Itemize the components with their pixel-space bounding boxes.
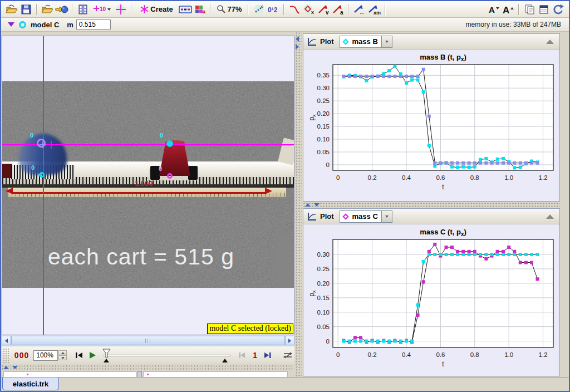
frame-slider[interactable] (102, 347, 232, 363)
plot-c-collapse-button[interactable] (546, 214, 554, 219)
play-button[interactable] (86, 349, 99, 362)
protractor-button[interactable]: a (193, 2, 207, 17)
font-smaller-icon: A (488, 4, 500, 15)
trails-button[interactable] (252, 2, 266, 17)
svg-text:1.0: 1.0 (504, 174, 513, 181)
svg-text:0.15: 0.15 (317, 123, 330, 130)
mass-b-diamond-icon (342, 38, 348, 45)
momentum-button[interactable]: ↔ (352, 2, 366, 17)
marker-mass-c-video[interactable] (167, 173, 173, 179)
frame-numbers-button[interactable]: 0¹2 (266, 2, 281, 17)
plot-c-combo-arrow[interactable] (382, 210, 392, 223)
create-button[interactable]: Create (135, 2, 178, 17)
positions-button[interactable]: x (302, 2, 316, 17)
selected-track-name[interactable]: model C (31, 21, 59, 29)
video-canvas[interactable]: 1.000 each cart = 515 g 0 0 0 0 model C … (2, 36, 294, 335)
xm-button[interactable]: xm (366, 2, 382, 17)
step-size[interactable]: 1 (253, 351, 257, 360)
xm-glyph: xm (374, 10, 381, 15)
svg-text:0.8: 0.8 (470, 351, 479, 358)
mass-field[interactable] (76, 19, 111, 30)
open-file-button[interactable] (4, 2, 19, 17)
out-point-marker[interactable] (222, 359, 228, 362)
data-builder-button[interactable] (522, 2, 537, 17)
calibration-stick[interactable] (12, 192, 266, 194)
frame-number: 000 (14, 351, 29, 360)
in-point-marker[interactable] (104, 359, 109, 362)
splitter-up-icon (305, 203, 311, 207)
plot-c-track-name: mass C (352, 212, 378, 220)
notes-button[interactable] (537, 2, 551, 17)
arrows-glyph: ↔ (359, 9, 365, 15)
save-button[interactable] (19, 2, 33, 17)
toolbar-separator (210, 4, 211, 15)
rate-spinner: 100% (33, 350, 67, 361)
acceleration-icon: a (332, 4, 344, 15)
main-vertical-splitter[interactable] (295, 32, 302, 377)
accelerations-button[interactable]: a (331, 2, 345, 17)
plot-b-combo-arrow[interactable] (382, 36, 392, 48)
paths-button[interactable] (287, 2, 302, 17)
video-table-splitter[interactable] (1, 365, 294, 371)
coordinate-axis-vertical[interactable] (43, 36, 44, 335)
svg-text:0: 0 (336, 351, 340, 358)
svg-text:t: t (442, 183, 444, 191)
tape-measure-button[interactable] (178, 2, 193, 17)
plot-b-track-combo[interactable]: mass B (340, 36, 382, 48)
player-drag-handle[interactable] (3, 348, 9, 363)
svg-text:0.30: 0.30 (317, 85, 330, 91)
svg-text:mass C (t, px): mass C (t, px) (420, 228, 466, 237)
notes-icon (539, 4, 549, 14)
plot-c-track-combo[interactable]: mass C (340, 210, 382, 223)
scrollbar-thumb[interactable] (11, 336, 285, 345)
plot-c-chart[interactable]: 00.050.100.150.200.250.3000.20.40.60.81.… (303, 224, 559, 378)
velocities-button[interactable]: v (316, 2, 331, 17)
down-arrow-icon (385, 41, 389, 43)
plot-label[interactable]: Plot (320, 37, 334, 46)
track-control-icon: 10 (92, 4, 111, 15)
ten-glyph: 10 (100, 6, 106, 12)
step-back-button[interactable] (235, 349, 249, 362)
marker-mass-b-video[interactable] (39, 172, 45, 178)
step-forward-button[interactable] (261, 349, 274, 362)
coordinate-axis-tick[interactable] (51, 141, 52, 149)
rate-value[interactable]: 100% (33, 350, 58, 361)
slider-position-marker[interactable] (102, 349, 111, 358)
svg-text:0.25: 0.25 (317, 97, 330, 104)
svg-text:px: px (308, 290, 317, 297)
plot-label[interactable]: Plot (320, 212, 334, 220)
track-control-button[interactable]: 10 (90, 2, 114, 17)
marker-mass-b-model[interactable] (37, 139, 46, 148)
svg-text:px: px (308, 114, 317, 121)
svg-text:0.6: 0.6 (436, 174, 445, 181)
plot-b-chart[interactable]: 00.050.100.150.200.250.300.3500.20.40.60… (303, 50, 559, 200)
plots-splitter[interactable] (303, 202, 560, 208)
x-glyph: x (311, 9, 314, 15)
toolbar-separator (283, 4, 284, 15)
calibration-value[interactable]: 1.000 (135, 179, 153, 188)
open-library-button[interactable] (40, 2, 55, 17)
go-to-start-button[interactable] (72, 349, 86, 362)
loop-button[interactable] (281, 349, 294, 362)
model-track-icon[interactable] (19, 21, 26, 28)
clip-settings-button[interactable] (76, 2, 90, 17)
magnifier-icon (217, 4, 226, 14)
font-bigger-button[interactable]: A (501, 2, 515, 17)
step-back-icon (238, 352, 246, 359)
axes-button[interactable] (114, 2, 128, 17)
rate-up-button[interactable] (58, 350, 67, 355)
zoom-button[interactable]: 77% (214, 2, 245, 17)
font-smaller-button[interactable]: A (487, 2, 501, 17)
marker-mass-c-model[interactable] (166, 140, 173, 147)
plot-b-collapse-button[interactable] (546, 40, 554, 44)
tab-elastici[interactable]: elastici.trk (2, 378, 59, 390)
svg-text:0: 0 (326, 161, 330, 168)
refresh-button[interactable] (551, 2, 566, 17)
import-data-button[interactable] (55, 2, 69, 17)
scroll-right-button[interactable] (285, 336, 294, 345)
svg-text:A: A (489, 5, 495, 14)
slider-track[interactable] (104, 355, 231, 356)
scroll-left-button[interactable] (2, 336, 11, 345)
track-menu-icon[interactable] (8, 22, 14, 27)
rate-down-button[interactable] (58, 355, 67, 360)
